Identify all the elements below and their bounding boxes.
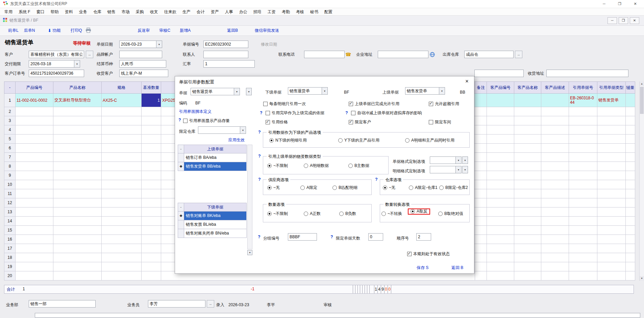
cell[interactable]	[475, 94, 487, 107]
cell[interactable]: 17	[4, 244, 16, 253]
cell[interactable]	[53, 235, 102, 244]
cell[interactable]	[541, 235, 569, 244]
help-icon[interactable]	[257, 130, 262, 134]
radio-option[interactable]: ~不限制	[267, 163, 288, 169]
cell[interactable]	[142, 107, 161, 116]
active-rule-checkbox[interactable]: 本规则处于有效状态	[407, 251, 450, 257]
cell[interactable]	[53, 217, 102, 226]
minimize-icon[interactable]	[601, 2, 607, 6]
cell[interactable]	[53, 134, 102, 144]
cell[interactable]	[475, 262, 487, 271]
cell[interactable]	[142, 271, 161, 280]
cell[interactable]	[626, 94, 635, 107]
cell[interactable]	[597, 153, 626, 162]
menu-item-14[interactable]: 会计	[194, 8, 208, 16]
cell[interactable]	[569, 271, 597, 280]
doc-format-combo[interactable]	[430, 156, 462, 164]
customer-browse-button[interactable]	[86, 51, 93, 58]
cell[interactable]	[569, 226, 597, 235]
functions-button[interactable]: ⬇功能	[48, 28, 60, 33]
cell[interactable]	[16, 253, 53, 262]
cell[interactable]	[514, 171, 541, 180]
col-header-row-index[interactable]: -	[4, 81, 16, 94]
cell[interactable]	[102, 134, 142, 144]
cell[interactable]	[626, 271, 635, 280]
cell[interactable]	[569, 144, 597, 153]
checkbox-option[interactable]: 引用完毕作为上级完成的依据	[266, 110, 324, 116]
customer-input[interactable]	[29, 51, 84, 58]
cell[interactable]	[626, 217, 635, 226]
cell[interactable]	[475, 153, 487, 162]
radio-option[interactable]: B限定-仓库2	[439, 185, 468, 191]
cell[interactable]	[53, 262, 102, 271]
cell[interactable]	[597, 125, 626, 134]
cell[interactable]: 6	[4, 144, 16, 153]
prev-doc-button[interactable]: 前单L	[8, 28, 19, 33]
cell[interactable]	[597, 144, 626, 153]
cell[interactable]	[514, 271, 541, 280]
cell[interactable]	[142, 134, 161, 144]
doc-format-extra-dropdown-icon[interactable]	[462, 156, 468, 164]
radio-option[interactable]: A明细数据	[304, 163, 329, 169]
radio-option[interactable]: ~不转换	[381, 211, 402, 217]
menu-item-12[interactable]: 往来款	[161, 8, 179, 16]
doc-date-picker[interactable]: 2026-03-23	[119, 41, 162, 48]
menu-item-4[interactable]: 帮助	[48, 8, 62, 16]
cell[interactable]	[487, 125, 514, 134]
cell[interactable]	[514, 162, 541, 171]
scroll-up-icon[interactable]	[640, 81, 644, 86]
cell[interactable]	[53, 189, 102, 198]
salesman-browse-button[interactable]	[207, 300, 214, 308]
cell[interactable]	[142, 144, 161, 153]
cell[interactable]	[541, 162, 569, 171]
menu-item-13[interactable]: 生产	[179, 8, 194, 16]
col-header-cust-product-no[interactable]: 客产品编号	[487, 81, 514, 94]
cell[interactable]	[597, 171, 626, 180]
cell[interactable]	[53, 107, 102, 116]
cell[interactable]	[514, 244, 541, 253]
list-item[interactable]: 销售发票 BL/eba	[178, 220, 247, 229]
cell[interactable]	[16, 198, 53, 207]
list-item[interactable]: ◆销售对账单 BK/eba	[178, 212, 247, 220]
cell[interactable]	[514, 107, 541, 116]
radio-option[interactable]: A正数	[304, 211, 321, 217]
menu-item-15[interactable]: 资产	[208, 8, 222, 16]
cell[interactable]	[53, 271, 102, 280]
cell[interactable]	[541, 107, 569, 116]
cell[interactable]	[626, 162, 635, 171]
cell[interactable]	[16, 271, 53, 280]
cell[interactable]	[541, 198, 569, 207]
cell[interactable]	[16, 180, 53, 189]
salesman-input[interactable]	[148, 300, 205, 308]
cell[interactable]	[53, 125, 102, 134]
cell[interactable]	[142, 171, 161, 180]
radio-option[interactable]: ~无	[383, 185, 395, 191]
cell[interactable]	[569, 153, 597, 162]
cell[interactable]	[102, 253, 142, 262]
help-icon[interactable]	[345, 111, 349, 115]
cell[interactable]	[487, 162, 514, 171]
cell[interactable]	[16, 217, 53, 226]
warehouse-browse-button[interactable]	[515, 51, 522, 58]
cell[interactable]	[142, 189, 161, 198]
cell[interactable]	[16, 116, 53, 125]
cell[interactable]: 15	[4, 226, 16, 235]
cell[interactable]	[569, 171, 597, 180]
help-icon[interactable]	[257, 235, 261, 239]
cell[interactable]: 19	[4, 262, 16, 271]
cell[interactable]: EB-260318-044	[569, 94, 597, 107]
cell[interactable]	[475, 189, 487, 198]
chevron-down-icon[interactable]	[234, 88, 240, 95]
menu-item-8[interactable]: 销售	[104, 8, 119, 16]
detail-format-extra-dropdown-icon[interactable]	[462, 166, 468, 173]
radio-option[interactable]: B主数据	[348, 163, 369, 169]
menu-item-16[interactable]: 人事	[222, 8, 236, 16]
lower-doc-combo[interactable]: 销售退货单	[288, 87, 328, 95]
cell[interactable]: AX25-C	[102, 94, 142, 107]
cell[interactable]	[597, 116, 626, 125]
cell[interactable]	[142, 125, 161, 134]
phone-input[interactable]	[304, 51, 345, 58]
cell[interactable]	[53, 226, 102, 235]
save-button[interactable]: 保存 S	[417, 265, 428, 271]
list-item[interactable]: 销售对账关闭单 BN/eba	[178, 229, 247, 238]
